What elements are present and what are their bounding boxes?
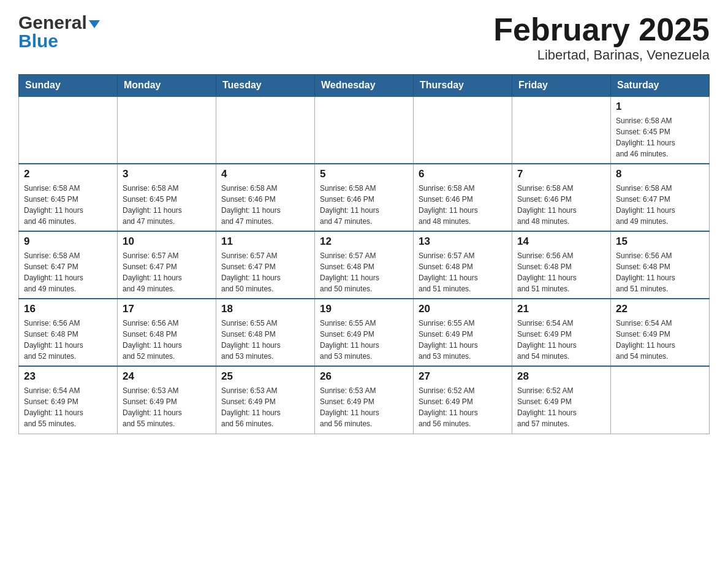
day-number: 2: [24, 168, 112, 180]
header-sunday: Sunday: [19, 75, 118, 97]
header-thursday: Thursday: [414, 75, 512, 97]
day-info: Sunrise: 6:58 AM Sunset: 6:45 PM Dayligh…: [24, 183, 112, 227]
calendar-cell-w2-d1: 3Sunrise: 6:58 AM Sunset: 6:45 PM Daylig…: [118, 164, 216, 231]
calendar-table: Sunday Monday Tuesday Wednesday Thursday…: [18, 74, 710, 434]
calendar-cell-w1-d6: 1Sunrise: 6:58 AM Sunset: 6:45 PM Daylig…: [611, 96, 710, 164]
day-number: 3: [123, 168, 211, 180]
day-info: Sunrise: 6:53 AM Sunset: 6:49 PM Dayligh…: [221, 385, 309, 429]
logo-triangle-icon: [89, 20, 100, 28]
calendar-cell-w4-d1: 17Sunrise: 6:56 AM Sunset: 6:48 PM Dayli…: [118, 299, 216, 366]
day-info: Sunrise: 6:56 AM Sunset: 6:48 PM Dayligh…: [517, 250, 605, 294]
calendar-cell-w5-d2: 25Sunrise: 6:53 AM Sunset: 6:49 PM Dayli…: [216, 366, 315, 434]
day-number: 11: [221, 236, 309, 248]
day-info: Sunrise: 6:55 AM Sunset: 6:48 PM Dayligh…: [221, 318, 309, 362]
day-info: Sunrise: 6:56 AM Sunset: 6:48 PM Dayligh…: [123, 318, 211, 362]
day-info: Sunrise: 6:58 AM Sunset: 6:46 PM Dayligh…: [221, 183, 309, 227]
day-info: Sunrise: 6:58 AM Sunset: 6:45 PM Dayligh…: [123, 183, 211, 227]
day-info: Sunrise: 6:57 AM Sunset: 6:48 PM Dayligh…: [320, 250, 408, 294]
calendar-cell-w5-d6: [611, 366, 710, 434]
day-info: Sunrise: 6:52 AM Sunset: 6:49 PM Dayligh…: [517, 385, 605, 429]
calendar-cell-w3-d0: 9Sunrise: 6:58 AM Sunset: 6:47 PM Daylig…: [19, 231, 118, 299]
day-number: 12: [320, 236, 408, 248]
header-tuesday: Tuesday: [216, 75, 315, 97]
day-number: 24: [123, 370, 211, 383]
day-number: 26: [320, 370, 408, 383]
day-number: 19: [320, 303, 408, 315]
calendar-cell-w2-d6: 8Sunrise: 6:58 AM Sunset: 6:47 PM Daylig…: [611, 164, 710, 231]
calendar-cell-w1-d5: [512, 96, 611, 164]
day-info: Sunrise: 6:54 AM Sunset: 6:49 PM Dayligh…: [24, 385, 112, 429]
day-info: Sunrise: 6:55 AM Sunset: 6:49 PM Dayligh…: [419, 318, 507, 362]
day-number: 16: [24, 303, 112, 315]
day-info: Sunrise: 6:58 AM Sunset: 6:47 PM Dayligh…: [24, 250, 112, 294]
calendar-location: Libertad, Barinas, Venezuela: [493, 47, 710, 63]
calendar-cell-w2-d2: 4Sunrise: 6:58 AM Sunset: 6:46 PM Daylig…: [216, 164, 315, 231]
logo-blue-text: Blue: [18, 31, 58, 52]
day-number: 5: [320, 168, 408, 180]
calendar-cell-w3-d3: 12Sunrise: 6:57 AM Sunset: 6:48 PM Dayli…: [315, 231, 414, 299]
day-info: Sunrise: 6:58 AM Sunset: 6:45 PM Dayligh…: [616, 115, 704, 159]
day-number: 6: [419, 168, 507, 180]
day-number: 9: [24, 236, 112, 248]
day-number: 27: [419, 370, 507, 383]
week-row-1: 1Sunrise: 6:58 AM Sunset: 6:45 PM Daylig…: [19, 96, 710, 164]
page-header: General Blue February 2025 Libertad, Bar…: [18, 12, 710, 63]
week-row-3: 9Sunrise: 6:58 AM Sunset: 6:47 PM Daylig…: [19, 231, 710, 299]
calendar-month-year: February 2025: [493, 12, 710, 47]
day-info: Sunrise: 6:57 AM Sunset: 6:48 PM Dayligh…: [419, 250, 507, 294]
calendar-cell-w5-d1: 24Sunrise: 6:53 AM Sunset: 6:49 PM Dayli…: [118, 366, 216, 434]
logo-general-text: General: [18, 12, 87, 33]
calendar-cell-w4-d6: 22Sunrise: 6:54 AM Sunset: 6:49 PM Dayli…: [611, 299, 710, 366]
calendar-cell-w1-d2: [216, 96, 315, 164]
day-number: 18: [221, 303, 309, 315]
day-info: Sunrise: 6:57 AM Sunset: 6:47 PM Dayligh…: [221, 250, 309, 294]
day-number: 25: [221, 370, 309, 383]
day-number: 20: [419, 303, 507, 315]
calendar-cell-w2-d3: 5Sunrise: 6:58 AM Sunset: 6:46 PM Daylig…: [315, 164, 414, 231]
calendar-cell-w5-d4: 27Sunrise: 6:52 AM Sunset: 6:49 PM Dayli…: [414, 366, 512, 434]
day-info: Sunrise: 6:58 AM Sunset: 6:46 PM Dayligh…: [320, 183, 408, 227]
day-number: 10: [123, 236, 211, 248]
calendar-cell-w4-d0: 16Sunrise: 6:56 AM Sunset: 6:48 PM Dayli…: [19, 299, 118, 366]
calendar-cell-w2-d4: 6Sunrise: 6:58 AM Sunset: 6:46 PM Daylig…: [414, 164, 512, 231]
calendar-cell-w1-d1: [118, 96, 216, 164]
day-number: 17: [123, 303, 211, 315]
day-number: 4: [221, 168, 309, 180]
day-number: 1: [616, 101, 704, 113]
header-monday: Monday: [118, 75, 216, 97]
day-info: Sunrise: 6:56 AM Sunset: 6:48 PM Dayligh…: [616, 250, 704, 294]
week-row-2: 2Sunrise: 6:58 AM Sunset: 6:45 PM Daylig…: [19, 164, 710, 231]
day-info: Sunrise: 6:57 AM Sunset: 6:47 PM Dayligh…: [123, 250, 211, 294]
day-info: Sunrise: 6:58 AM Sunset: 6:46 PM Dayligh…: [517, 183, 605, 227]
calendar-cell-w3-d6: 15Sunrise: 6:56 AM Sunset: 6:48 PM Dayli…: [611, 231, 710, 299]
day-number: 8: [616, 168, 704, 180]
calendar-cell-w3-d4: 13Sunrise: 6:57 AM Sunset: 6:48 PM Dayli…: [414, 231, 512, 299]
day-info: Sunrise: 6:54 AM Sunset: 6:49 PM Dayligh…: [517, 318, 605, 362]
day-info: Sunrise: 6:53 AM Sunset: 6:49 PM Dayligh…: [320, 385, 408, 429]
calendar-cell-w4-d4: 20Sunrise: 6:55 AM Sunset: 6:49 PM Dayli…: [414, 299, 512, 366]
calendar-cell-w1-d3: [315, 96, 414, 164]
calendar-cell-w3-d1: 10Sunrise: 6:57 AM Sunset: 6:47 PM Dayli…: [118, 231, 216, 299]
calendar-cell-w4-d2: 18Sunrise: 6:55 AM Sunset: 6:48 PM Dayli…: [216, 299, 315, 366]
day-info: Sunrise: 6:54 AM Sunset: 6:49 PM Dayligh…: [616, 318, 704, 362]
day-number: 22: [616, 303, 704, 315]
week-row-4: 16Sunrise: 6:56 AM Sunset: 6:48 PM Dayli…: [19, 299, 710, 366]
calendar-cell-w3-d5: 14Sunrise: 6:56 AM Sunset: 6:48 PM Dayli…: [512, 231, 611, 299]
day-info: Sunrise: 6:53 AM Sunset: 6:49 PM Dayligh…: [123, 385, 211, 429]
day-info: Sunrise: 6:56 AM Sunset: 6:48 PM Dayligh…: [24, 318, 112, 362]
calendar-header-row: Sunday Monday Tuesday Wednesday Thursday…: [19, 75, 710, 97]
header-saturday: Saturday: [611, 75, 710, 97]
calendar-cell-w2-d5: 7Sunrise: 6:58 AM Sunset: 6:46 PM Daylig…: [512, 164, 611, 231]
day-number: 21: [517, 303, 605, 315]
calendar-cell-w3-d2: 11Sunrise: 6:57 AM Sunset: 6:47 PM Dayli…: [216, 231, 315, 299]
calendar-cell-w2-d0: 2Sunrise: 6:58 AM Sunset: 6:45 PM Daylig…: [19, 164, 118, 231]
calendar-cell-w4-d3: 19Sunrise: 6:55 AM Sunset: 6:49 PM Dayli…: [315, 299, 414, 366]
day-number: 14: [517, 236, 605, 248]
day-info: Sunrise: 6:52 AM Sunset: 6:49 PM Dayligh…: [419, 385, 507, 429]
header-friday: Friday: [512, 75, 611, 97]
day-number: 7: [517, 168, 605, 180]
logo: General Blue: [18, 12, 100, 52]
day-number: 23: [24, 370, 112, 383]
day-number: 15: [616, 236, 704, 248]
calendar-cell-w1-d4: [414, 96, 512, 164]
